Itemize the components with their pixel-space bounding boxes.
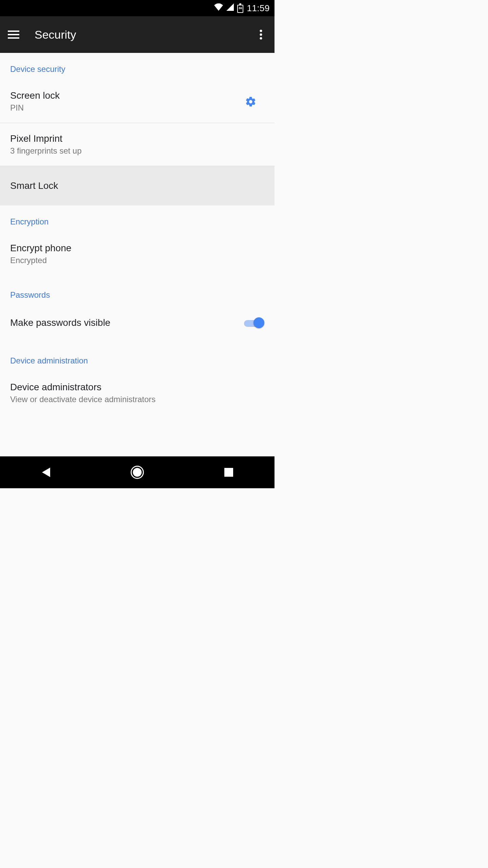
- nav-recents-button[interactable]: [219, 462, 239, 482]
- hamburger-icon[interactable]: [7, 28, 20, 41]
- navigation-bar: [0, 456, 274, 488]
- setting-subtitle: View or deactivate device administrators: [10, 395, 264, 404]
- setting-subtitle: PIN: [10, 103, 237, 113]
- battery-percent: 86: [237, 3, 244, 13]
- setting-smart-lock[interactable]: Smart Lock: [0, 166, 274, 205]
- setting-encrypt-phone[interactable]: Encrypt phone Encrypted: [0, 230, 274, 275]
- battery-icon: 86: [237, 3, 244, 13]
- setting-title: Encrypt phone: [10, 243, 264, 254]
- nav-back-button[interactable]: [36, 462, 56, 482]
- section-header-passwords: Passwords: [0, 275, 274, 303]
- setting-screen-lock[interactable]: Screen lock PIN: [0, 77, 274, 123]
- setting-subtitle: 3 fingerprints set up: [10, 146, 264, 156]
- svg-point-7: [133, 468, 142, 477]
- settings-content: Device security Screen lock PIN Pixel Im…: [0, 53, 274, 456]
- nav-home-button[interactable]: [127, 462, 147, 482]
- cellular-icon: [226, 3, 234, 13]
- switch-thumb: [253, 317, 264, 328]
- setting-make-passwords-visible[interactable]: Make passwords visible: [0, 303, 274, 342]
- status-bar: 86 11:59: [0, 0, 274, 16]
- setting-pixel-imprint[interactable]: Pixel Imprint 3 fingerprints set up: [0, 123, 274, 166]
- setting-device-administrators[interactable]: Device administrators View or deactivate…: [0, 369, 274, 408]
- svg-rect-2: [8, 37, 19, 39]
- svg-rect-1: [8, 34, 19, 35]
- svg-point-4: [260, 34, 262, 36]
- app-bar: Security: [0, 16, 274, 53]
- svg-rect-8: [224, 468, 233, 477]
- screen-lock-settings-button[interactable]: [237, 94, 264, 109]
- passwords-visible-toggle[interactable]: [244, 317, 264, 328]
- section-header-encryption: Encryption: [0, 205, 274, 230]
- setting-title: Smart Lock: [10, 180, 264, 191]
- svg-point-5: [260, 37, 262, 40]
- setting-title: Make passwords visible: [10, 317, 244, 328]
- section-header-device-admin: Device administration: [0, 342, 274, 369]
- setting-title: Device administrators: [10, 382, 264, 393]
- overflow-menu-icon[interactable]: [254, 28, 268, 41]
- svg-rect-0: [8, 31, 19, 32]
- wifi-icon: [214, 3, 223, 13]
- page-title: Security: [35, 28, 254, 41]
- setting-subtitle: Encrypted: [10, 256, 264, 265]
- svg-point-3: [260, 30, 262, 32]
- status-clock: 11:59: [247, 3, 270, 14]
- setting-title: Screen lock: [10, 90, 237, 101]
- setting-title: Pixel Imprint: [10, 133, 264, 144]
- gear-icon: [245, 96, 257, 109]
- section-header-device-security: Device security: [0, 53, 274, 77]
